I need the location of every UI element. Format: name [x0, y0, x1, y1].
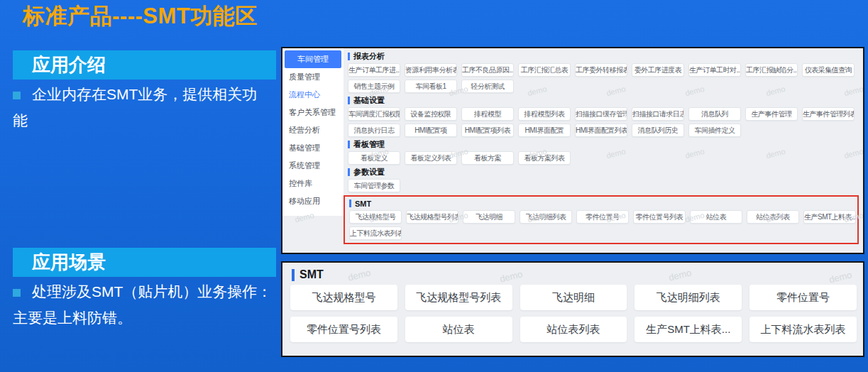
- module-button[interactable]: 飞达明细列表: [520, 210, 572, 224]
- module-button[interactable]: 上下料流水表列表: [349, 226, 402, 240]
- module-button[interactable]: 生产事件管理列表: [802, 107, 855, 121]
- sidebar-item-基础管理[interactable]: 基础管理: [282, 139, 344, 157]
- module-button[interactable]: 工序委外转移报表: [575, 63, 627, 77]
- module-button[interactable]: 排程模型: [461, 107, 514, 121]
- smt-module-button[interactable]: 上下料流水表列表: [749, 317, 857, 342]
- sidebar-item-客户关系管理[interactable]: 客户关系管理: [282, 104, 344, 121]
- module-button[interactable]: 扫描接口缓存管理: [575, 107, 627, 121]
- sidebar-item-经营分析[interactable]: 经营分析: [282, 121, 344, 139]
- section-title: 看板管理: [353, 139, 385, 150]
- module-button[interactable]: 飞达规格型号: [349, 210, 402, 224]
- module-button[interactable]: 车间调度汇报权限: [348, 107, 400, 121]
- watermark-text: demo: [828, 269, 853, 285]
- sidebar: 车间管理质量管理流程中心客户关系管理经营分析基础管理系统管理控件库移动应用: [282, 48, 344, 216]
- smt-module-button[interactable]: 站位表列表: [520, 317, 627, 342]
- module-button[interactable]: 生产SMT上料表...: [803, 210, 856, 224]
- smt-module-button[interactable]: 飞达规格型号列表: [405, 285, 512, 310]
- module-button[interactable]: 飞达明细: [463, 210, 515, 224]
- button-row: 销售主题示例车间看板1轻分析测试: [348, 80, 859, 93]
- button-row: 飞达规格型号飞达规格型号列表飞达明细飞达明细列表零件位置号: [290, 285, 857, 310]
- smt-module-button[interactable]: 站位表: [405, 317, 512, 342]
- module-button[interactable]: 消息队列历史: [632, 124, 684, 137]
- section-header: SMT: [349, 199, 857, 208]
- module-button[interactable]: 看板方案列表: [518, 151, 571, 165]
- intro-body-text: 企业内存在SMT业务，提供相关功能: [13, 86, 257, 128]
- module-button[interactable]: HMI配置项: [405, 124, 457, 137]
- watermark-text: demo: [499, 268, 524, 284]
- module-button[interactable]: 站位表: [690, 210, 742, 224]
- intro-header-label: 应用介绍: [32, 54, 106, 75]
- bullet-square-icon: [13, 289, 21, 297]
- app-screenshot-panel: 车间管理质量管理流程中心客户关系管理经营分析基础管理系统管理控件库移动应用 报表…: [281, 47, 864, 254]
- section-header: 报表分析: [348, 52, 859, 61]
- module-content-area: 报表分析生产订单工序进...资源利用率分析表工序不良品原因...工序汇报汇总表工…: [348, 51, 859, 245]
- module-button[interactable]: 销售主题示例: [348, 80, 400, 93]
- section-title: SMT: [355, 199, 371, 208]
- module-button[interactable]: 车间插件定义: [688, 124, 741, 137]
- section-header: 参数设置: [348, 168, 859, 177]
- smt-module-button[interactable]: 零件位置号: [749, 285, 857, 310]
- section-smt-highlighted: SMT飞达规格型号飞达规格型号列表飞达明细飞达明细列表零件位置号零件位置号列表站…: [344, 195, 859, 244]
- section: 参数设置车间管理参数: [348, 168, 859, 192]
- module-button[interactable]: 工序不良品原因...: [461, 63, 514, 77]
- module-button[interactable]: 车间看板1: [405, 80, 457, 93]
- page-title: 标准产品----SMT功能区: [23, 1, 258, 31]
- smt-module-button[interactable]: 飞达明细: [520, 285, 627, 310]
- section-accent-bar: [348, 168, 350, 176]
- section-accent-bar: [349, 199, 351, 207]
- module-button[interactable]: 工序汇报汇总表: [518, 63, 571, 77]
- module-button[interactable]: 仪表采集值查询: [802, 63, 855, 77]
- sidebar-item-流程中心[interactable]: 流程中心: [282, 86, 344, 104]
- sidebar-item-质量管理[interactable]: 质量管理: [282, 68, 344, 86]
- module-button[interactable]: 资源利用率分析表: [405, 63, 457, 77]
- module-button[interactable]: 生产订单工时对...: [688, 63, 741, 77]
- section-header: 看板管理: [348, 140, 859, 149]
- module-button[interactable]: 车间管理参数: [348, 179, 400, 192]
- button-row: 零件位置号列表站位表站位表列表生产SMT上料表...上下料流水表列表: [290, 317, 857, 342]
- module-button[interactable]: 排程模型列表: [518, 107, 571, 121]
- smt-module-button[interactable]: 零件位置号列表: [290, 317, 397, 342]
- module-button[interactable]: 消息队列: [688, 107, 741, 121]
- smt-module-button[interactable]: 飞达明细列表: [634, 285, 742, 310]
- sidebar-item-移动应用[interactable]: 移动应用: [282, 192, 344, 210]
- section-accent-bar: [348, 141, 350, 148]
- module-button[interactable]: HMI界面配置列表: [575, 124, 627, 137]
- slide: 标准产品----SMT功能区 应用介绍 企业内存在SMT业务，提供相关功能 应用…: [0, 0, 868, 372]
- sidebar-item-系统管理[interactable]: 系统管理: [282, 157, 344, 175]
- section-title: 报表分析: [353, 51, 385, 62]
- module-button[interactable]: 零件位置号: [576, 210, 629, 224]
- scenario-header-bar: 应用场景: [13, 248, 276, 277]
- module-button[interactable]: 零件位置号列表: [633, 210, 686, 224]
- module-button[interactable]: 消息执行日志: [348, 124, 400, 137]
- module-button[interactable]: 轻分析测试: [461, 80, 514, 93]
- module-button[interactable]: 扫描接口请求日志: [632, 107, 684, 121]
- sidebar-item-车间管理[interactable]: 车间管理: [285, 50, 341, 68]
- smt-module-button[interactable]: 飞达规格型号: [290, 285, 397, 310]
- button-row: 飞达规格型号飞达规格型号列表飞达明细飞达明细列表零件位置号零件位置号列表站位表站…: [349, 210, 857, 224]
- bullet-square-icon: [13, 92, 21, 99]
- module-button[interactable]: HMI界面配置: [518, 124, 571, 137]
- button-row: 生产订单工序进...资源利用率分析表工序不良品原因...工序汇报汇总表工序委外转…: [348, 63, 859, 77]
- module-button[interactable]: 看板定义: [348, 151, 400, 165]
- module-button[interactable]: 委外工序进度表: [632, 63, 684, 77]
- module-button[interactable]: 飞达规格型号列表: [406, 210, 458, 224]
- smt-panel-header: SMT: [292, 268, 324, 281]
- module-button[interactable]: 看板方案: [461, 151, 514, 165]
- smt-module-button[interactable]: 生产SMT上料表...: [634, 317, 742, 342]
- intro-header-bar: 应用介绍: [13, 50, 276, 80]
- scenario-paragraph: 处理涉及SMT（贴片机）业务操作：主要是上料防错。: [13, 278, 285, 332]
- module-button[interactable]: 生产订单工序进...: [348, 63, 400, 77]
- button-row: 上下料流水表列表: [349, 226, 857, 240]
- module-button[interactable]: HMI配置项列表: [461, 124, 514, 137]
- sidebar-item-控件库[interactable]: 控件库: [282, 175, 344, 192]
- section-accent-bar: [292, 269, 295, 281]
- smt-button-grid: 飞达规格型号飞达规格型号列表飞达明细飞达明细列表零件位置号零件位置号列表站位表站…: [290, 285, 857, 349]
- module-button[interactable]: 生产事件管理: [745, 107, 798, 121]
- section-title: 基础设置: [353, 95, 385, 106]
- module-button[interactable]: 站位表列表: [747, 210, 799, 224]
- module-button[interactable]: 设备监控权限: [405, 107, 457, 121]
- module-button[interactable]: 看板定义列表: [405, 151, 457, 165]
- scenario-body-text: 处理涉及SMT（贴片机）业务操作：主要是上料防错。: [13, 283, 272, 326]
- scenario-header-label: 应用场景: [32, 251, 106, 273]
- module-button[interactable]: 工序汇报缺陷分...: [745, 63, 798, 77]
